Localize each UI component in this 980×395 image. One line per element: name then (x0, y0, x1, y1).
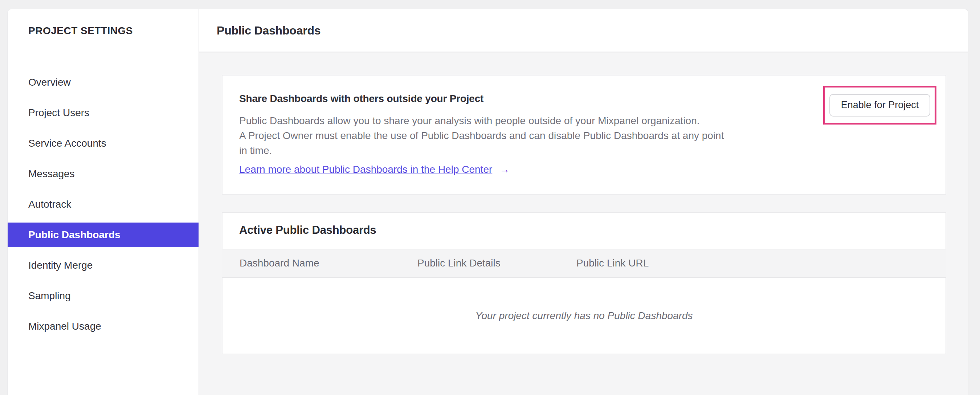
share-card-description: Public Dashboards allow you to share you… (239, 113, 724, 158)
share-card-heading: Share Dashboards with others outside you… (239, 93, 484, 105)
learn-more-row: Learn more about Public Dashboards in th… (239, 164, 510, 175)
column-header-dashboard-name: Dashboard Name (240, 249, 319, 277)
sidebar-item-service-accounts[interactable]: Service Accounts (8, 131, 199, 156)
sidebar-item-public-dashboards[interactable]: Public Dashboards (8, 223, 199, 247)
active-card-heading: Active Public Dashboards (239, 224, 376, 237)
sidebar-item-autotrack[interactable]: Autotrack (8, 192, 199, 217)
main-content: Share Dashboards with others outside you… (199, 53, 968, 395)
sidebar-item-messages[interactable]: Messages (8, 162, 199, 186)
main-header: Public Dashboards (199, 9, 968, 52)
page-title: Public Dashboards (217, 9, 320, 52)
active-dashboards-card: Active Public Dashboards Dashboard Name … (222, 212, 946, 354)
description-line: in time. (239, 143, 724, 158)
enable-for-project-button[interactable]: Enable for Project (829, 94, 930, 116)
annotation-highlight-box: Enable for Project (823, 86, 937, 124)
column-header-public-link-url: Public Link URL (576, 249, 649, 277)
sidebar-nav: Overview Project Users Service Accounts … (8, 70, 199, 344)
arrow-right-icon: → (500, 164, 510, 175)
sidebar-item-overview[interactable]: Overview (8, 70, 199, 95)
sidebar-item-identity-merge[interactable]: Identity Merge (8, 253, 199, 278)
learn-more-link[interactable]: Learn more about Public Dashboards in th… (239, 164, 510, 175)
sidebar-item-mixpanel-usage[interactable]: Mixpanel Usage (8, 314, 199, 339)
empty-state-message: Your project currently has no Public Das… (475, 310, 692, 322)
empty-state: Your project currently has no Public Das… (223, 278, 945, 354)
sidebar-item-sampling[interactable]: Sampling (8, 284, 199, 308)
column-header-public-link-details: Public Link Details (417, 249, 501, 277)
learn-more-link-label[interactable]: Learn more about Public Dashboards in th… (239, 164, 492, 175)
table-header-row: Dashboard Name Public Link Details Publi… (222, 249, 946, 278)
settings-panel: PROJECT SETTINGS Overview Project Users … (7, 9, 968, 395)
share-dashboards-card: Share Dashboards with others outside you… (222, 75, 946, 194)
description-line: A Project Owner must enable the use of P… (239, 128, 724, 143)
description-line: Public Dashboards allow you to share you… (239, 113, 724, 128)
sidebar-item-project-users[interactable]: Project Users (8, 100, 199, 125)
sidebar: PROJECT SETTINGS Overview Project Users … (7, 9, 199, 395)
sidebar-title: PROJECT SETTINGS (28, 25, 133, 37)
